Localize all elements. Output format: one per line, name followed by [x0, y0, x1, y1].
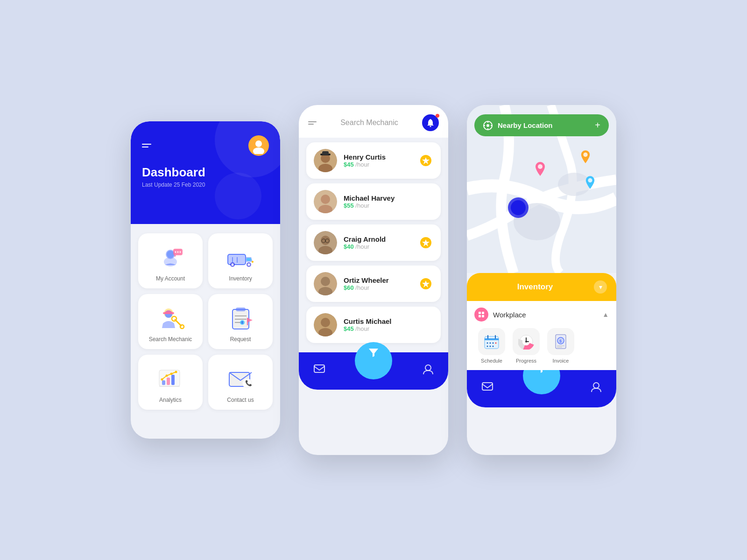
mechanic-card[interactable]: Craig Arnold $40 /hour [306, 224, 441, 261]
progress-icon [513, 328, 540, 355]
svg-point-100 [493, 343, 494, 344]
schedule-label: Schedule [481, 358, 502, 364]
invoice-label: Invoice [553, 358, 569, 364]
badge-icon [418, 235, 433, 250]
svg-rect-38 [171, 375, 175, 385]
svg-point-75 [425, 365, 431, 371]
svg-rect-16 [247, 258, 251, 261]
profile-icon-3[interactable] [591, 382, 601, 396]
inventory-header[interactable]: Inventory ▾ [467, 273, 616, 301]
mechanic-card[interactable]: Ortiz Wheeler $60 /hour [306, 266, 441, 302]
no-badge [418, 317, 433, 332]
mechanic-avatar [314, 149, 337, 172]
svg-point-42 [175, 371, 177, 373]
map-pin-orange [580, 149, 591, 166]
phone-map: Nearby Location + Inventory ▾ [467, 105, 616, 455]
svg-text:📞: 📞 [245, 379, 252, 386]
grid-item-inventory[interactable]: Inventory [208, 233, 273, 288]
workplace-label: Workplace [493, 311, 526, 319]
svg-rect-10 [228, 254, 246, 265]
svg-point-40 [165, 374, 168, 377]
analytics-icon [154, 364, 187, 392]
page-title: Dashboard [142, 165, 269, 180]
menu-grid: My Account [138, 233, 273, 410]
svg-point-8 [179, 251, 181, 252]
mechanic-avatar [314, 231, 337, 254]
mechanic-price: $45 /hour [344, 325, 412, 332]
svg-rect-74 [314, 365, 324, 372]
svg-text:$: $ [559, 339, 562, 343]
svg-point-98 [487, 343, 488, 344]
search-mechanic-icon [154, 303, 187, 331]
mechanic-name: Michael Harvey [344, 194, 412, 202]
mechanic-price: $45 /hour [344, 161, 412, 168]
svg-point-99 [490, 343, 491, 344]
mechanic-card[interactable]: Curtis Michael $45 /hour [306, 307, 441, 343]
svg-rect-27 [236, 308, 246, 311]
svg-rect-93 [482, 315, 484, 317]
mechanic-info: Craig Arnold $40 /hour [344, 235, 412, 250]
chevron-down-icon[interactable]: ▾ [594, 280, 607, 294]
add-icon[interactable]: + [595, 120, 600, 131]
messages-icon[interactable] [314, 364, 325, 378]
my-account-label: My Account [156, 275, 185, 282]
menu-icon[interactable] [308, 121, 317, 125]
mechanic-card[interactable]: Michael Harvey $55 /hour [306, 183, 441, 220]
svg-point-56 [321, 195, 330, 204]
grid-item-my-account[interactable]: My Account [138, 233, 203, 288]
map-area: Nearby Location + [467, 105, 616, 273]
contact-icon: 📞 [224, 364, 257, 392]
svg-rect-118 [482, 383, 493, 390]
svg-marker-34 [247, 318, 253, 322]
svg-point-0 [255, 140, 262, 147]
nearby-location-label: Nearby Location [498, 121, 553, 129]
map-pin-pink [535, 161, 546, 179]
mechanic-name: Henry Curtis [344, 153, 412, 161]
mechanic-avatar [314, 313, 337, 336]
svg-rect-95 [485, 338, 499, 340]
svg-point-1 [253, 147, 264, 154]
svg-point-80 [511, 200, 526, 215]
badge-icon [418, 153, 433, 168]
mechanic-info: Michael Harvey $55 /hour [344, 194, 412, 209]
svg-point-6 [175, 251, 176, 252]
svg-rect-94 [485, 336, 499, 349]
svg-rect-22 [163, 312, 174, 314]
mechanic-info: Henry Curtis $45 /hour [344, 153, 412, 168]
svg-point-25 [180, 325, 184, 329]
schedule-item[interactable]: Schedule [478, 328, 505, 364]
mechanic-card[interactable]: Henry Curtis $45 /hour [306, 142, 441, 179]
progress-item[interactable]: Progress [513, 328, 540, 364]
grid-item-request[interactable]: Request [208, 294, 273, 349]
svg-point-15 [247, 263, 250, 266]
phone-dashboard: Dashboard Last Update 25 Feb 2020 [131, 121, 280, 439]
chevron-up-icon[interactable]: ▲ [602, 311, 609, 318]
grid-item-search-mechanic[interactable]: Search Mechanic [138, 294, 203, 349]
filter-icon[interactable] [367, 346, 380, 362]
svg-point-83 [588, 178, 592, 182]
svg-point-103 [490, 346, 491, 347]
notification-bell[interactable] [422, 114, 439, 131]
svg-rect-32 [241, 321, 243, 324]
search-title: Search Mechanic [317, 119, 422, 127]
messages-icon-3[interactable] [482, 382, 493, 395]
grid-item-contact[interactable]: 📞 Contact us [208, 355, 273, 410]
svg-rect-52 [322, 151, 329, 155]
svg-point-85 [486, 124, 489, 127]
svg-point-13 [231, 263, 233, 266]
grid-item-analytics[interactable]: Analytics [138, 355, 203, 410]
hamburger-menu[interactable] [142, 144, 151, 147]
mechanic-info: Curtis Michael $45 /hour [344, 317, 412, 332]
profile-icon[interactable] [423, 364, 433, 378]
svg-rect-91 [482, 312, 484, 314]
svg-point-102 [487, 346, 488, 347]
avatar[interactable] [248, 135, 269, 156]
mechanic-price: $55 /hour [344, 202, 412, 209]
nearby-location-button[interactable]: Nearby Location + [474, 114, 609, 136]
svg-point-7 [177, 251, 178, 252]
invoice-item[interactable]: $ Invoice [547, 328, 574, 364]
svg-point-24 [172, 316, 176, 321]
search-mechanic-label: Search Mechanic [149, 336, 192, 343]
footer-nav [299, 352, 448, 390]
svg-rect-36 [162, 380, 165, 385]
